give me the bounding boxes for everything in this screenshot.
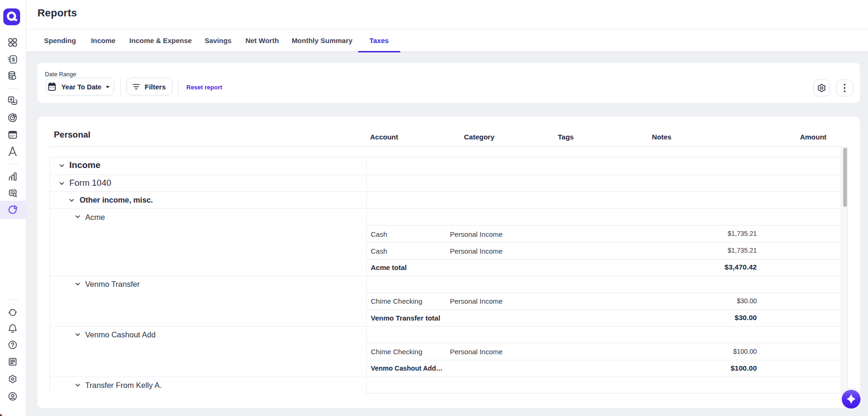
svg-text:$: $ <box>12 57 15 62</box>
